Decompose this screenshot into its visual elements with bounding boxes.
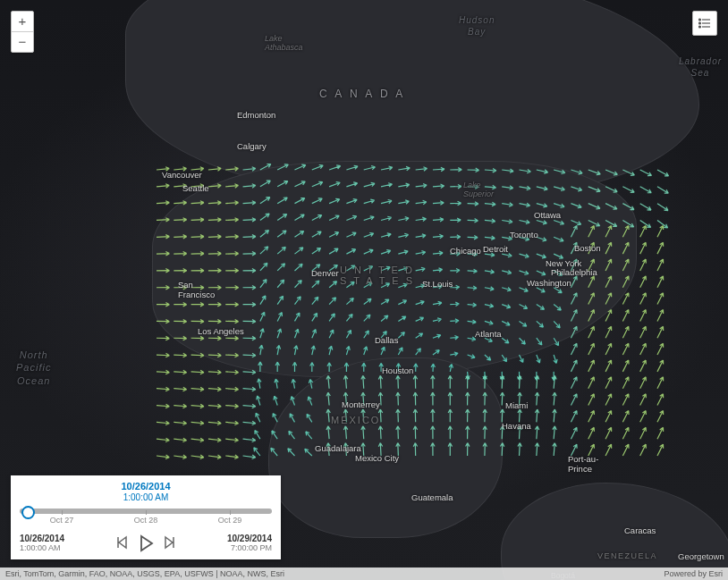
play-button[interactable] — [138, 534, 154, 552]
time-current-time: 1:00:00 AM — [20, 492, 272, 503]
time-tick: Oct 29 — [218, 516, 242, 525]
svg-point-1 — [699, 19, 701, 21]
time-ticks: Oct 27 Oct 28 Oct 29 — [20, 516, 272, 525]
map-label-miami: Miami — [505, 400, 528, 410]
time-controls — [114, 534, 177, 552]
zoom-control: + − — [11, 11, 34, 53]
time-end: 10/29/2014 7:00:00 PM — [227, 534, 272, 552]
map-label-npac: NorthPacificOcean — [16, 349, 51, 387]
land-us — [152, 161, 637, 377]
legend-icon — [698, 17, 711, 29]
map-label-vancouver: Vancouver — [162, 170, 202, 180]
time-slider-panel: 10/26/2014 1:00:00 AM Oct 27 Oct 28 Oct … — [11, 475, 281, 559]
zoom-out-button[interactable]: − — [12, 32, 33, 52]
attribution-powered[interactable]: Powered by Esri — [664, 567, 723, 580]
time-current-date: 10/26/2014 — [20, 481, 272, 492]
time-tick: Oct 28 — [134, 516, 158, 525]
attribution-sources: Esri, TomTom, Garmin, FAO, NOAA, USGS, E… — [5, 567, 284, 580]
svg-point-3 — [699, 22, 701, 24]
time-current: 10/26/2014 1:00:00 AM — [20, 481, 272, 503]
map-label-portauprince: Port-au-Prince — [568, 454, 598, 474]
map-label-havana: Havana — [502, 421, 531, 431]
land-sa — [501, 483, 728, 580]
time-tick: Oct 27 — [50, 516, 74, 525]
step-back-button[interactable] — [114, 534, 129, 551]
land-mexico — [268, 357, 503, 538]
legend-button[interactable] — [692, 11, 717, 36]
step-forward-button[interactable] — [163, 534, 177, 551]
attribution-bar: Esri, TomTom, Garmin, FAO, NOAA, USGS, E… — [0, 567, 728, 580]
zoom-in-button[interactable]: + — [12, 12, 33, 32]
svg-point-5 — [699, 26, 701, 28]
time-start: 10/26/2014 1:00:00 AM — [20, 534, 64, 552]
